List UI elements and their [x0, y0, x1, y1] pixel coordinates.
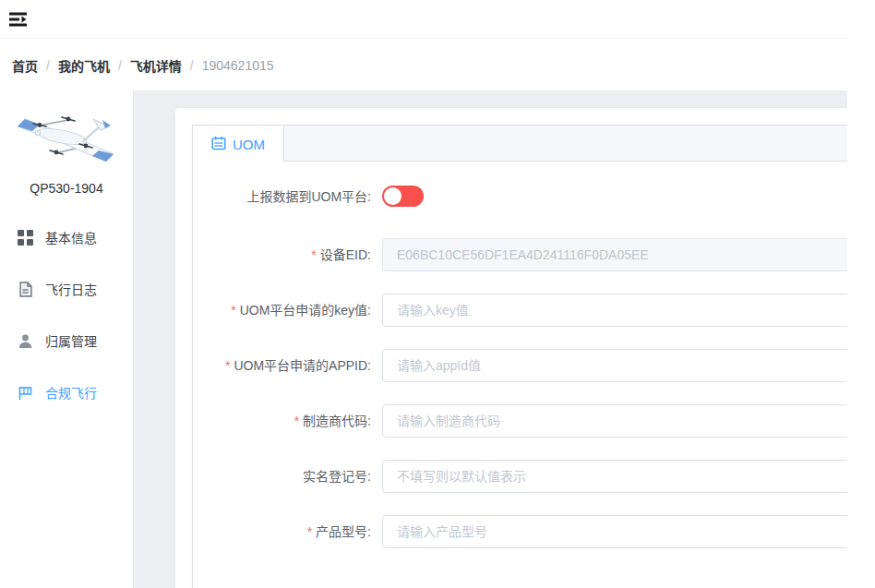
form-row-device-eid: *设备EID: — [207, 238, 847, 271]
uom-report-toggle[interactable] — [382, 186, 424, 207]
form-row-product-model: *产品型号: — [207, 515, 847, 548]
field-label: *设备EID: — [207, 246, 382, 264]
drone-image — [11, 103, 122, 168]
main-area: QP530-1904 基本信息 — [0, 90, 847, 588]
required-star: * — [231, 303, 235, 318]
form-row-registration-number: 实名登记号: — [207, 460, 847, 493]
topbar — [0, 0, 847, 39]
content-card: UOM 上报数据到UOM平台: *设备EID: — [175, 108, 847, 588]
field-label: *产品型号: — [207, 522, 382, 541]
document-icon — [18, 282, 33, 297]
required-star: * — [294, 414, 299, 428]
field-label: *UOM平台申请的APPID: — [207, 356, 382, 375]
tab-content: 上报数据到UOM平台: *设备EID: *UOM平台申请的key值: — [193, 162, 847, 548]
breadcrumb-separator: / — [190, 58, 194, 73]
sidebar-item-compliance-flight[interactable]: 合规飞行 — [0, 371, 133, 414]
breadcrumb: 首页 / 我的飞机 / 飞机详情 / 1904621015 — [0, 40, 847, 90]
sidebar-item-basic-info[interactable]: 基本信息 — [0, 216, 133, 258]
uom-appid-input[interactable] — [382, 349, 847, 382]
breadcrumb-my-aircraft[interactable]: 我的飞机 — [58, 56, 110, 75]
product-model-input[interactable] — [382, 515, 847, 548]
field-label: *UOM平台申请的key值: — [207, 301, 382, 319]
breadcrumb-aircraft-id: 1904621015 — [202, 58, 274, 73]
tab-uom[interactable]: UOM — [193, 126, 284, 162]
form-row-uom-key: *UOM平台申请的key值: — [207, 294, 847, 327]
form-row-report-toggle: 上报数据到UOM平台: — [207, 186, 847, 207]
field-label: 实名登记号: — [207, 467, 382, 486]
form-row-uom-appid: *UOM平台申请的APPID: — [207, 349, 847, 382]
sidebar-item-label: 归属管理 — [45, 331, 97, 350]
user-icon — [18, 333, 33, 349]
sidebar-item-flight-log[interactable]: 飞行日志 — [0, 268, 133, 310]
tabs-container: UOM 上报数据到UOM平台: *设备EID: — [192, 125, 847, 588]
field-label: *制造商代码: — [207, 412, 382, 430]
breadcrumb-home[interactable]: 首页 — [12, 56, 38, 75]
toggle-label: 上报数据到UOM平台: — [207, 187, 382, 206]
app-window: 首页 / 我的飞机 / 飞机详情 / 1904621015 — [0, 0, 847, 588]
manufacturer-code-input[interactable] — [382, 404, 847, 438]
grid-icon — [18, 230, 33, 246]
registration-number-input[interactable] — [382, 460, 847, 493]
form-row-manufacturer-code: *制造商代码: — [207, 404, 847, 438]
menu-unfold-icon[interactable] — [9, 10, 30, 29]
flag-icon — [18, 385, 33, 401]
breadcrumb-separator: / — [118, 58, 122, 73]
sidebar-item-ownership[interactable]: 归属管理 — [0, 319, 133, 362]
uom-key-input[interactable] — [382, 294, 847, 327]
sidebar-item-label: 合规飞行 — [45, 383, 97, 402]
calendar-icon — [211, 136, 226, 153]
sidebar-menu: 基本信息 飞行日志 — [0, 216, 133, 414]
sidebar: QP530-1904 基本信息 — [0, 90, 134, 588]
required-star: * — [307, 524, 312, 539]
device-eid-input — [382, 238, 847, 271]
required-star: * — [311, 247, 316, 262]
breadcrumb-aircraft-detail[interactable]: 飞机详情 — [130, 56, 182, 75]
tab-label: UOM — [233, 137, 265, 152]
breadcrumb-separator: / — [46, 58, 50, 73]
required-star: * — [225, 358, 230, 373]
sidebar-item-label: 飞行日志 — [45, 280, 97, 298]
uom-form: 上报数据到UOM平台: *设备EID: *UOM平台申请的key值: — [207, 186, 847, 548]
drone-name: QP530-1904 — [0, 181, 133, 196]
tab-header: UOM — [193, 126, 847, 162]
sidebar-item-label: 基本信息 — [45, 228, 97, 246]
toggle-knob — [384, 187, 402, 205]
